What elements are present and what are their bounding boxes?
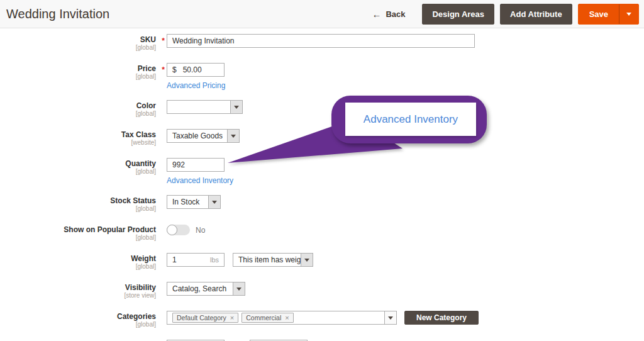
chevron-down-icon (304, 259, 309, 262)
popular-product-scope: [global] (0, 234, 156, 242)
page-header: Wedding Invitation ← Back Design Areas A… (0, 0, 644, 28)
save-button[interactable]: Save (579, 4, 619, 24)
back-button[interactable]: ← Back (372, 9, 405, 20)
stock-status-label: Stock Status (0, 197, 156, 205)
new-category-button[interactable]: New Category (404, 311, 479, 325)
save-split-button: Save (578, 4, 639, 25)
stock-status-row: Stock Status [global] In Stock (0, 195, 644, 213)
advanced-inventory-link[interactable]: Advanced Inventory (167, 176, 233, 185)
chevron-down-icon (388, 316, 393, 320)
popular-product-row: Show on Popular Product [global] No (0, 224, 644, 242)
stock-status-select[interactable]: In Stock (167, 195, 221, 209)
currency-symbol: $ (172, 65, 177, 74)
color-label: Color (0, 102, 156, 110)
sku-input[interactable]: Wedding Invitation (167, 34, 475, 48)
toggle-state-label: No (196, 226, 205, 235)
sku-label: SKU (0, 36, 156, 44)
toggle-knob (167, 225, 177, 235)
back-label: Back (386, 9, 405, 19)
price-label: Price (0, 65, 156, 73)
required-asterisk: * (162, 36, 165, 45)
sku-scope: [global] (0, 44, 156, 52)
visibility-scope: [store view] (0, 292, 156, 299)
tax-class-label: Tax Class (0, 131, 156, 139)
visibility-select[interactable]: Catalog, Search (167, 282, 245, 296)
tax-class-scope: [website] (0, 139, 156, 147)
visibility-row: Visibility [store view] Catalog, Search (0, 282, 644, 299)
save-options-button[interactable] (619, 4, 638, 24)
categories-multiselect[interactable]: Default Category × Commercial × (167, 311, 397, 325)
weight-label: Weight (0, 255, 156, 263)
weight-type-select[interactable]: This item has weight (233, 253, 313, 267)
dropdown-arrow-button[interactable] (208, 196, 220, 208)
dropdown-arrow-button[interactable] (384, 311, 396, 324)
price-row: Price [global] * $ 50.00 Advanced Pricin… (0, 63, 644, 90)
quantity-label: Quantity (0, 160, 156, 168)
categories-scope: [global] (0, 321, 156, 328)
dropdown-arrow-button[interactable] (301, 254, 313, 266)
add-attribute-button[interactable]: Add Attribute (500, 4, 572, 25)
remove-chip-icon[interactable]: × (285, 315, 289, 321)
weight-scope: [global] (0, 263, 156, 271)
quantity-input[interactable]: 992 (167, 158, 225, 172)
price-input[interactable]: $ 50.00 (167, 63, 225, 77)
quantity-scope: [global] (0, 168, 156, 176)
chevron-down-icon (236, 288, 242, 291)
weight-input[interactable]: 1 lbs (167, 253, 225, 267)
stock-status-scope: [global] (0, 205, 156, 213)
category-chip: Commercial × (242, 313, 293, 323)
required-asterisk: * (162, 65, 165, 74)
chevron-down-icon (626, 13, 631, 16)
categories-row: Categories [global] Default Category × C… (0, 311, 644, 328)
weight-unit-label: lbs (210, 256, 219, 264)
advanced-pricing-link[interactable]: Advanced Pricing (167, 81, 225, 90)
product-form: SKU [global] * Wedding Invitation Price … (0, 28, 644, 341)
category-chip: Default Category × (172, 313, 238, 323)
remove-chip-icon[interactable]: × (230, 315, 234, 321)
dropdown-arrow-button[interactable] (233, 282, 245, 295)
price-scope: [global] (0, 73, 156, 81)
categories-label: Categories (0, 313, 156, 321)
callout-text: Advanced Inventory (364, 113, 458, 126)
page-title: Wedding Invitation (6, 7, 372, 21)
popular-product-toggle[interactable] (167, 225, 190, 235)
weight-row: Weight [global] 1 lbs This item has weig… (0, 253, 644, 271)
sku-row: SKU [global] * Wedding Invitation (0, 34, 644, 52)
color-scope: [global] (0, 110, 156, 118)
advanced-inventory-callout: Advanced Inventory (331, 96, 487, 143)
popular-product-label: Show on Popular Product (0, 226, 156, 234)
chevron-down-icon (212, 201, 217, 204)
visibility-label: Visibility (0, 284, 156, 292)
back-arrow-icon: ← (372, 9, 381, 20)
product-edit-page: Wedding Invitation ← Back Design Areas A… (0, 0, 644, 341)
design-areas-button[interactable]: Design Areas (422, 4, 494, 25)
